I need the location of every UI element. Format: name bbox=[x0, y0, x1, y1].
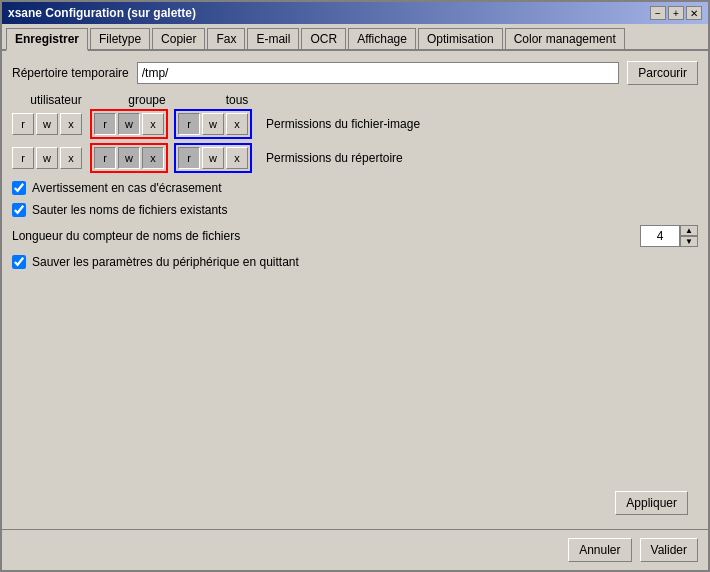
perm-utilisateur-r-image[interactable]: r bbox=[12, 113, 34, 135]
perm-utilisateur-w-image[interactable]: w bbox=[36, 113, 58, 135]
tab-affichage[interactable]: Affichage bbox=[348, 28, 416, 49]
perm-utilisateur-x-image[interactable]: x bbox=[60, 113, 82, 135]
perm-groupe-w-dir[interactable]: w bbox=[118, 147, 140, 169]
window-controls: − + ✕ bbox=[650, 6, 702, 20]
perm-groupe-r-image[interactable]: r bbox=[94, 113, 116, 135]
spacer bbox=[12, 277, 698, 483]
counter-label: Longueur du compteur de noms de fichiers bbox=[12, 229, 240, 243]
tab-copier[interactable]: Copier bbox=[152, 28, 205, 49]
tous-dir-section: r w x bbox=[174, 143, 252, 173]
tab-optimisation[interactable]: Optimisation bbox=[418, 28, 503, 49]
title-bar: xsane Configuration (sur galette) − + ✕ bbox=[2, 2, 708, 24]
tab-email[interactable]: E-mail bbox=[247, 28, 299, 49]
window-title: xsane Configuration (sur galette) bbox=[8, 6, 196, 20]
utilisateur-dir-section: r w x bbox=[12, 147, 82, 169]
counter-spinner: ▲ ▼ bbox=[680, 225, 698, 247]
header-tous: tous bbox=[192, 93, 282, 107]
main-content: Répertoire temporaire Parcourir utilisat… bbox=[2, 51, 708, 529]
apply-row: Appliquer bbox=[12, 491, 698, 519]
perm-groupe-x-dir[interactable]: x bbox=[142, 147, 164, 169]
counter-up-button[interactable]: ▲ bbox=[680, 225, 698, 236]
temp-dir-label: Répertoire temporaire bbox=[12, 66, 129, 80]
temp-dir-row: Répertoire temporaire Parcourir bbox=[12, 61, 698, 85]
temp-dir-input[interactable] bbox=[137, 62, 620, 84]
cancel-button[interactable]: Annuler bbox=[568, 538, 631, 562]
checkbox-ecrasement-label: Avertissement en cas d'écrasement bbox=[32, 181, 222, 195]
browse-button[interactable]: Parcourir bbox=[627, 61, 698, 85]
close-button[interactable]: ✕ bbox=[686, 6, 702, 20]
perm-groupe-r-dir[interactable]: r bbox=[94, 147, 116, 169]
counter-row: Longueur du compteur de noms de fichiers… bbox=[12, 225, 698, 247]
tab-bar: Enregistrer Filetype Copier Fax E-mail O… bbox=[2, 24, 708, 51]
tab-enregistrer[interactable]: Enregistrer bbox=[6, 28, 88, 51]
groupe-image-section: r w x bbox=[90, 109, 168, 139]
perm-tous-w-dir[interactable]: w bbox=[202, 147, 224, 169]
checkbox-ecrasement[interactable] bbox=[12, 181, 26, 195]
counter-input[interactable] bbox=[640, 225, 680, 247]
perm-tous-r-image[interactable]: r bbox=[178, 113, 200, 135]
perm-dir-label: Permissions du répertoire bbox=[266, 151, 403, 165]
checkbox-sauter[interactable] bbox=[12, 203, 26, 217]
header-groupe: groupe bbox=[102, 93, 192, 107]
apply-button[interactable]: Appliquer bbox=[615, 491, 688, 515]
counter-input-wrap: ▲ ▼ bbox=[640, 225, 698, 247]
perm-row-image: r w x r w x r w x Permissions du fichier… bbox=[12, 109, 698, 139]
checkbox-sauver-label: Sauver les paramètres du périphérique en… bbox=[32, 255, 299, 269]
tab-fax[interactable]: Fax bbox=[207, 28, 245, 49]
permissions-section: utilisateur groupe tous r w x r w x bbox=[12, 93, 698, 173]
perm-groupe-x-image[interactable]: x bbox=[142, 113, 164, 135]
checkbox-sauter-row: Sauter les noms de fichiers existants bbox=[12, 203, 698, 217]
perm-tous-x-dir[interactable]: x bbox=[226, 147, 248, 169]
maximize-button[interactable]: + bbox=[668, 6, 684, 20]
minimize-button[interactable]: − bbox=[650, 6, 666, 20]
perm-utilisateur-r-dir[interactable]: r bbox=[12, 147, 34, 169]
ok-button[interactable]: Valider bbox=[640, 538, 698, 562]
utilisateur-image-section: r w x bbox=[12, 113, 82, 135]
perm-utilisateur-w-dir[interactable]: w bbox=[36, 147, 58, 169]
tab-ocr[interactable]: OCR bbox=[301, 28, 346, 49]
main-window: xsane Configuration (sur galette) − + ✕ … bbox=[0, 0, 710, 572]
tab-filetype[interactable]: Filetype bbox=[90, 28, 150, 49]
tous-image-section: r w x bbox=[174, 109, 252, 139]
checkbox-sauter-label: Sauter les noms de fichiers existants bbox=[32, 203, 227, 217]
footer: Annuler Valider bbox=[2, 529, 708, 570]
perm-image-label: Permissions du fichier-image bbox=[266, 117, 420, 131]
perm-groupe-w-image[interactable]: w bbox=[118, 113, 140, 135]
perm-utilisateur-x-dir[interactable]: x bbox=[60, 147, 82, 169]
groupe-dir-section: r w x bbox=[90, 143, 168, 173]
perm-tous-w-image[interactable]: w bbox=[202, 113, 224, 135]
counter-down-button[interactable]: ▼ bbox=[680, 236, 698, 247]
perm-tous-x-image[interactable]: x bbox=[226, 113, 248, 135]
checkbox-ecrasement-row: Avertissement en cas d'écrasement bbox=[12, 181, 698, 195]
checkbox-sauver[interactable] bbox=[12, 255, 26, 269]
tab-color-management[interactable]: Color management bbox=[505, 28, 625, 49]
checkbox-sauver-row: Sauver les paramètres du périphérique en… bbox=[12, 255, 698, 269]
perm-row-dir: r w x r w x r w x Permissions du réperto… bbox=[12, 143, 698, 173]
header-utilisateur: utilisateur bbox=[12, 93, 100, 107]
perm-tous-r-dir[interactable]: r bbox=[178, 147, 200, 169]
